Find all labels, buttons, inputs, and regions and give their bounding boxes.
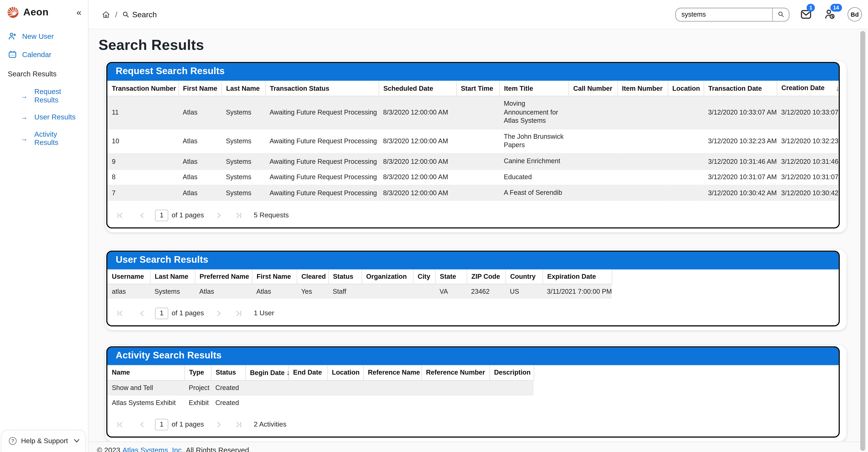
column-header-creation-date[interactable]: Creation Date↓ — [777, 81, 840, 96]
column-header-last-name[interactable]: Last Name — [150, 269, 195, 284]
first-page-button[interactable] — [116, 421, 123, 428]
column-header-status[interactable]: Status — [328, 269, 362, 284]
sidebar-collapse-icon[interactable]: « — [76, 8, 81, 17]
column-header-first-name[interactable]: First Name — [178, 81, 221, 96]
column-header-begin-date[interactable]: Begin Date↓ — [245, 365, 288, 380]
column-header-city[interactable]: City — [413, 269, 435, 284]
messages-button[interactable]: 1 — [800, 8, 812, 20]
table-row[interactable]: 11AtlasSystemsAwaiting Future Request Pr… — [107, 96, 840, 129]
column-header-transaction-date[interactable]: Transaction Date — [704, 81, 777, 96]
column-header-cleared[interactable]: Cleared — [297, 269, 329, 284]
sidebar-item-new-user[interactable]: New User — [0, 27, 88, 45]
column-header-organization[interactable]: Organization — [362, 269, 413, 284]
sidebar-item-request-results[interactable]: → Request Results — [0, 83, 88, 108]
active-users-button[interactable]: 14 — [824, 8, 836, 20]
column-header-zip-code[interactable]: ZIP Code — [467, 269, 505, 284]
table-row[interactable]: Show and TellProjectCreated — [107, 380, 534, 395]
table-cell — [568, 154, 617, 169]
page-number-input[interactable] — [155, 419, 168, 430]
column-header-type[interactable]: Type — [184, 365, 211, 380]
table-cell: Atlas — [178, 169, 221, 185]
column-header-reference-number[interactable]: Reference Number — [421, 365, 490, 380]
search-icon — [122, 10, 130, 19]
table-cell — [456, 185, 499, 201]
logo[interactable]: Aeon « — [0, 0, 88, 27]
next-page-button[interactable] — [215, 212, 223, 219]
table-row[interactable]: 7AtlasSystemsAwaiting Future Request Pro… — [107, 185, 840, 201]
search-input[interactable] — [676, 10, 772, 18]
last-page-button[interactable] — [236, 421, 243, 428]
page-number-input[interactable] — [155, 209, 168, 221]
sidebar-item-activity-results[interactable]: → Activity Results — [0, 126, 88, 151]
vertical-scrollbar[interactable] — [860, 30, 868, 452]
table-cell: Awaiting Future Request Processing — [265, 185, 379, 201]
column-header-country[interactable]: Country — [505, 269, 542, 284]
next-page-icon — [215, 310, 223, 317]
table-cell — [456, 154, 499, 169]
pages-label: of 1 pages — [172, 309, 204, 317]
table-row[interactable]: 8AtlasSystemsAwaiting Future Request Pro… — [107, 169, 840, 185]
table-cell — [288, 380, 327, 395]
column-header-description[interactable]: Description — [490, 365, 534, 380]
table-row[interactable]: atlasSystemsAtlasAtlasYesStaffVA23462US3… — [107, 284, 612, 298]
table-cell: Awaiting Future Request Processing — [265, 169, 379, 185]
column-header-location[interactable]: Location — [668, 81, 704, 96]
column-header-status[interactable]: Status — [211, 365, 245, 380]
table-cell: Moving Announcement for Atlas Systems — [499, 96, 568, 129]
table-row[interactable]: 9AtlasSystemsAwaiting Future Request Pro… — [107, 154, 840, 169]
search-submit-button[interactable] — [773, 8, 789, 21]
column-header-expiration-date[interactable]: Expiration Date — [542, 269, 612, 284]
first-page-icon — [116, 212, 123, 219]
column-header-reference-name[interactable]: Reference Name — [363, 365, 421, 380]
last-page-button[interactable] — [236, 212, 243, 219]
table-cell: 3/12/2020 10:31:07 AM — [704, 169, 777, 185]
column-header-transaction-status[interactable]: Transaction Status — [265, 81, 379, 96]
next-page-button[interactable] — [215, 310, 223, 317]
column-header-end-date[interactable]: End Date — [288, 365, 327, 380]
column-header-first-name[interactable]: First Name — [252, 269, 297, 284]
column-header-item-title[interactable]: Item Title — [499, 81, 568, 96]
sidebar-item-user-results[interactable]: → User Results — [0, 108, 88, 126]
topbar-icons: 1 14 Bd — [800, 7, 862, 22]
table-cell: Created — [211, 395, 245, 410]
table-cell — [421, 395, 490, 410]
previous-page-button[interactable] — [138, 421, 146, 428]
column-header-last-name[interactable]: Last Name — [221, 81, 265, 96]
home-icon[interactable] — [101, 10, 111, 19]
column-header-call-number[interactable]: Call Number — [568, 81, 617, 96]
atlas-systems-link[interactable]: Atlas Systems, Inc. — [122, 446, 184, 452]
result-count: 1 User — [254, 309, 274, 317]
column-header-username[interactable]: Username — [107, 269, 150, 284]
help-support-button[interactable]: ? Help & Support — [1, 430, 86, 452]
column-header-start-time[interactable]: Start Time — [456, 81, 499, 96]
next-page-button[interactable] — [215, 421, 223, 428]
last-page-button[interactable] — [236, 310, 243, 317]
table-cell: 8/3/2020 12:00:00 AM — [379, 185, 456, 201]
previous-page-button[interactable] — [138, 212, 146, 219]
avatar[interactable]: Bd — [847, 7, 862, 22]
request-results-card: Request Search Results Transaction Numbe… — [105, 61, 846, 232]
previous-page-button[interactable] — [138, 310, 146, 317]
table-cell: 3/12/2020 10:31:07 AM — [777, 169, 840, 185]
first-page-button[interactable] — [116, 212, 123, 219]
arrow-right-icon: → — [21, 92, 28, 99]
table-cell: VA — [435, 284, 467, 298]
column-header-preferred-name[interactable]: Preferred Name — [195, 269, 252, 284]
table-cell — [362, 284, 413, 298]
sidebar-item-label: Calendar — [22, 50, 51, 59]
column-header-location[interactable]: Location — [327, 365, 363, 380]
table-row[interactable]: Atlas Systems ExhibitExhibitCreated — [107, 395, 534, 410]
column-header-scheduled-date[interactable]: Scheduled Date — [379, 81, 456, 96]
column-header-state[interactable]: State — [435, 269, 467, 284]
scrollbar-thumb[interactable] — [860, 31, 865, 451]
user-results-pagination: of 1 pages 1 User — [107, 308, 839, 319]
column-header-name[interactable]: Name — [107, 365, 184, 380]
page-number-input[interactable] — [155, 308, 168, 319]
sidebar-item-calendar[interactable]: Calendar — [0, 45, 88, 64]
first-page-button[interactable] — [116, 310, 123, 317]
table-cell — [668, 154, 704, 169]
column-header-transaction-number[interactable]: Transaction Number — [107, 81, 178, 96]
table-cell: Systems — [221, 169, 265, 185]
table-row[interactable]: 10AtlasSystemsAwaiting Future Request Pr… — [107, 129, 840, 154]
column-header-item-number[interactable]: Item Number — [617, 81, 668, 96]
